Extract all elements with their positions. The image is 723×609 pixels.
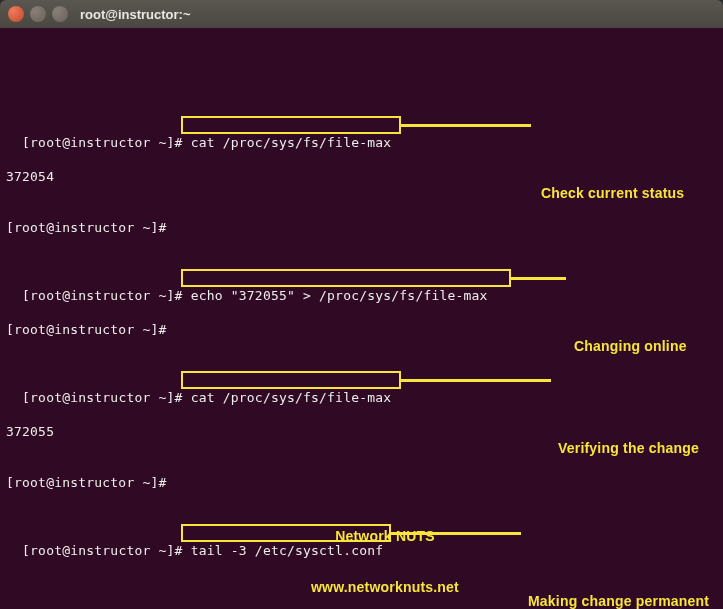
terminal[interactable]: [root@instructor ~]# cat /proc/sys/fs/fi… bbox=[0, 28, 723, 609]
prompt: [root@instructor ~]# bbox=[22, 390, 183, 405]
cmd-cat1: cat /proc/sys/fs/file-max bbox=[191, 135, 392, 150]
prompt: [root@instructor ~]# bbox=[22, 135, 183, 150]
connector bbox=[511, 277, 566, 280]
output: 372055 bbox=[6, 424, 54, 439]
highlight-box bbox=[181, 116, 401, 134]
connector bbox=[401, 379, 551, 382]
prompt: [root@instructor ~]# bbox=[6, 220, 167, 235]
prompt: [root@instructor ~]# bbox=[22, 543, 183, 558]
minimize-icon[interactable] bbox=[30, 6, 46, 22]
cmd-cat2: cat /proc/sys/fs/file-max bbox=[191, 390, 392, 405]
annotation: Changing online bbox=[574, 338, 687, 355]
watermark-line2: www.networknuts.net bbox=[285, 579, 485, 596]
highlight-box bbox=[181, 371, 401, 389]
annotation: Verifying the change bbox=[558, 440, 699, 457]
connector bbox=[401, 124, 531, 127]
maximize-icon[interactable] bbox=[52, 6, 68, 22]
highlight-box bbox=[181, 269, 511, 287]
watermark: Network NUTS www.networknuts.net bbox=[285, 494, 485, 609]
close-icon[interactable] bbox=[8, 6, 24, 22]
cmd-echo: echo "372055" > /proc/sys/fs/file-max bbox=[191, 288, 488, 303]
annotation: Making change permanent bbox=[528, 593, 709, 609]
titlebar: root@instructor:~ bbox=[0, 0, 723, 28]
annotation: Check current status bbox=[541, 185, 684, 202]
prompt: [root@instructor ~]# bbox=[6, 322, 167, 337]
watermark-line1: Network NUTS bbox=[285, 528, 485, 545]
prompt: [root@instructor ~]# bbox=[22, 288, 183, 303]
window-title: root@instructor:~ bbox=[80, 7, 191, 22]
prompt: [root@instructor ~]# bbox=[6, 475, 167, 490]
output: 372054 bbox=[6, 169, 54, 184]
